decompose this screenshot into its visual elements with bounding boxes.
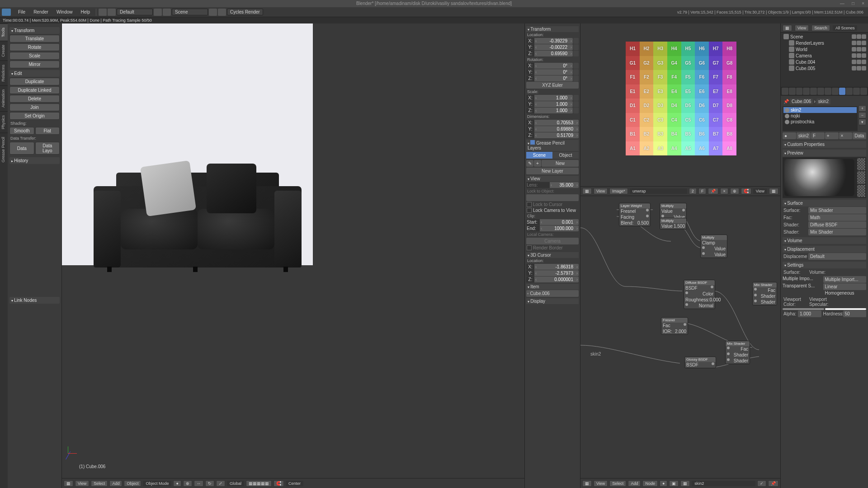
img-image-menu[interactable]: Image* <box>609 188 628 194</box>
np-view[interactable]: View <box>526 176 579 182</box>
node-editor-type-icon[interactable]: ▦ <box>582 480 592 487</box>
tab-physics-icon[interactable] <box>860 88 867 95</box>
node-editor[interactable]: Layer Weight Fresnel Facing Blend:0.500 … <box>580 196 780 478</box>
lock-cursor-check[interactable] <box>527 202 532 207</box>
lock-icon[interactable] <box>573 75 579 81</box>
del-layout-icon[interactable] <box>163 9 171 16</box>
snap-icon[interactable]: 🧲 <box>274 480 284 487</box>
tab-scene-icon[interactable] <box>796 88 803 95</box>
tab-texture-icon[interactable] <box>846 88 853 95</box>
viewport-specular[interactable] <box>825 308 867 310</box>
lock-icon[interactable] <box>573 63 579 69</box>
outliner-search-menu[interactable]: Search <box>811 25 830 31</box>
panel-custom-props[interactable]: Custom Properties <box>783 141 866 148</box>
img-view2[interactable]: View <box>753 188 767 194</box>
vol-sampling[interactable]: Multiple Import... <box>823 276 867 283</box>
mode-dropdown[interactable]: Object Mode <box>143 481 171 486</box>
rot-x[interactable]: 0° <box>534 63 573 69</box>
surface-fac[interactable]: Math <box>808 214 866 221</box>
node-layer-weight[interactable]: Layer Weight Fresnel Facing Blend:0.500 <box>619 203 651 226</box>
viewport-color[interactable] <box>783 308 824 310</box>
np-gp[interactable]: Grease Pencil Layers <box>526 140 579 151</box>
outliner-type-icon[interactable]: ▦ <box>783 25 792 31</box>
alpha-val[interactable]: 1.000 <box>798 310 821 317</box>
scene-dropdown[interactable]: Scene <box>172 9 208 15</box>
maximize-icon[interactable]: □ <box>850 0 856 7</box>
item-name[interactable]: Cube.006 <box>530 291 550 296</box>
toolshelf-tab-relations[interactable]: Relations <box>0 61 8 85</box>
view-menu[interactable]: View <box>75 480 89 487</box>
scl-z[interactable]: 1.000 <box>534 108 573 113</box>
img-users[interactable]: 2 <box>689 188 697 194</box>
surface-shader[interactable]: Mix Shader <box>808 207 866 214</box>
material-slot-prostrochka[interactable]: prostrochka <box>783 119 857 125</box>
lock-icon[interactable] <box>573 44 579 50</box>
mat-name-input[interactable]: skin2 <box>797 132 811 139</box>
surface-shader2[interactable]: Mix Shader <box>808 229 866 235</box>
img-pin-icon[interactable]: 📌 <box>708 188 718 194</box>
lock-icon[interactable] <box>573 101 579 107</box>
blender-logo-icon[interactable] <box>2 9 11 16</box>
preview-sphere-icon[interactable] <box>857 171 865 183</box>
add-layout-icon[interactable] <box>154 9 162 16</box>
gp-object-toggle[interactable]: Object <box>552 152 579 159</box>
camera-icon[interactable] <box>862 60 866 64</box>
clip-start[interactable]: 0.001 <box>540 219 579 225</box>
material-slot-list[interactable]: skin2nojkiprostrochka <box>783 106 858 131</box>
orientation-dropdown[interactable]: Global <box>227 481 244 486</box>
outliner-item-camera[interactable]: Camera <box>782 52 867 59</box>
img-channels-icon[interactable]: ▦ <box>769 188 778 194</box>
translate-button[interactable]: Translate <box>9 35 60 42</box>
np-transform[interactable]: Transform <box>526 26 579 32</box>
tab-particles-icon[interactable] <box>853 88 860 95</box>
tab-modifiers-icon[interactable] <box>825 88 831 95</box>
set-origin-button[interactable]: Set Origin <box>9 112 60 120</box>
data-button[interactable]: Data <box>9 142 34 155</box>
panel-volume[interactable]: Volume <box>783 237 866 244</box>
texture-icon[interactable]: ▦ <box>680 480 690 487</box>
outliner-item-world[interactable]: World <box>782 46 867 52</box>
pin-icon[interactable]: 📌 <box>768 480 778 487</box>
tab-data-icon[interactable] <box>832 88 839 95</box>
duplicate-button[interactable]: Duplicate <box>9 78 60 85</box>
gp-newlayer-button[interactable]: New Layer <box>526 168 579 174</box>
np-3dcursor[interactable]: 3D Cursor <box>526 252 579 258</box>
smooth-button[interactable]: Smooth <box>9 127 34 135</box>
cur-z[interactable]: 0.000001 <box>534 277 579 282</box>
rot-mode[interactable]: XYZ Euler <box>526 82 579 89</box>
cur-x[interactable]: -1.86318 <box>534 264 579 270</box>
3d-viewport[interactable]: (1) Cube.006 <box>62 23 524 478</box>
dim-x[interactable]: 0.70553 <box>534 120 579 126</box>
mat-del-icon[interactable]: × <box>839 132 853 139</box>
rotate-button[interactable]: Rotate <box>9 43 60 51</box>
img-snap-icon[interactable]: 🧲 <box>741 188 751 194</box>
tree-expand-icon[interactable] <box>789 59 794 65</box>
toolshelf-tab-animation[interactable]: Animation <box>0 85 8 111</box>
outliner-item-scene[interactable]: Scene <box>782 33 867 40</box>
dim-z[interactable]: 0.51709 <box>534 132 579 138</box>
camera-icon[interactable] <box>862 66 866 70</box>
vol-interp[interactable]: Linear <box>823 283 867 290</box>
panel-displacement[interactable]: Displacement <box>783 246 866 253</box>
use-nodes-icon[interactable]: ✓ <box>757 480 766 487</box>
outliner[interactable]: SceneRenderLayersWorldCameraCube.004Cube… <box>781 33 868 87</box>
img-pivot-icon[interactable]: ⊕ <box>730 188 739 194</box>
tab-world-icon[interactable] <box>803 88 810 95</box>
node-mix-shader-1[interactable]: Mix Shader Fac Shader Shader <box>752 282 777 305</box>
menu-file[interactable]: File <box>14 9 29 15</box>
screen-layout-dropdown[interactable]: Default <box>117 9 153 15</box>
del-scene-icon[interactable] <box>218 9 226 16</box>
panel-history[interactable]: History <box>9 157 60 164</box>
eye-icon[interactable] <box>852 53 856 58</box>
panel-edit[interactable]: Edit <box>9 70 60 77</box>
gp-pencil-icon[interactable]: ✎ <box>526 160 533 167</box>
outliner-item-renderlayers[interactable]: RenderLayers <box>782 40 867 46</box>
node-fresnel[interactable]: Fresnel Fac IOR:2.000 <box>661 317 688 335</box>
clip-end[interactable]: 1000.000 <box>540 225 579 231</box>
lock-icon[interactable] <box>573 95 579 101</box>
outliner-item-cube-005[interactable]: Cube.005 <box>782 65 867 71</box>
img-name-input[interactable]: unwrap <box>630 188 687 194</box>
render-border-check[interactable] <box>527 245 532 250</box>
node-add-menu[interactable]: Add <box>628 480 641 487</box>
outliner-item-cube-004[interactable]: Cube.004 <box>782 59 867 65</box>
